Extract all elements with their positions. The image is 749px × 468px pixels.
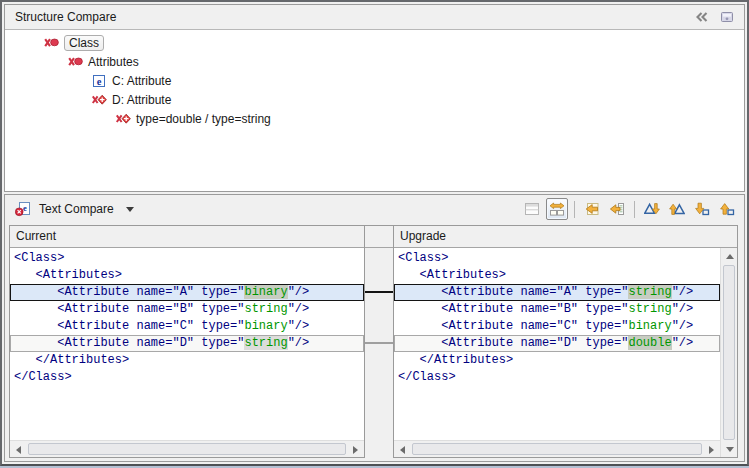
toolbar-separator	[634, 201, 635, 218]
copy-current-right-to-left-button[interactable]	[606, 198, 628, 220]
code-token: <Attribute name="D" type="	[441, 336, 628, 350]
scroll-up-icon[interactable]	[721, 248, 738, 264]
code-token: "/>	[672, 336, 694, 350]
tree-item[interactable]: D: Attribute	[5, 90, 744, 109]
code-token	[398, 353, 420, 367]
tree-item[interactable]: type=double / type=string	[5, 109, 744, 128]
scroll-right-icon[interactable]	[347, 441, 364, 458]
structure-compare-panel: Structure Compare ClassAttributeseC: Att…	[4, 4, 745, 192]
code-token: <Attribute name="A" type="	[441, 285, 628, 299]
structure-compare-actions	[692, 8, 736, 26]
tree-item[interactable]: Class	[5, 33, 744, 52]
changed-token: binary	[244, 285, 287, 299]
code-token: </Attributes>	[36, 353, 130, 367]
collapse-all-button[interactable]	[692, 8, 710, 26]
collapse-all-icon	[693, 9, 709, 25]
next-change-button[interactable]	[691, 198, 713, 220]
two-way-layout-button[interactable]	[521, 198, 543, 220]
code-token: <Attributes>	[36, 268, 122, 282]
copy-all-right-to-left-button[interactable]	[581, 198, 603, 220]
scroll-left-icon[interactable]	[394, 441, 411, 458]
previous-difference-icon	[669, 201, 685, 217]
changed-token: string	[628, 285, 671, 299]
right-code-editor[interactable]: <Class> <Attributes> <Attribute name="A"…	[394, 248, 720, 440]
code-line-diff[interactable]: <Attribute name="A" type="string"/>	[394, 284, 720, 301]
left-code-editor[interactable]: <Class> <Attributes> <Attribute name="A"…	[10, 248, 364, 440]
element-e-icon: e	[91, 73, 107, 89]
tree-item[interactable]: eC: Attribute	[5, 71, 744, 90]
diff-change-icon	[67, 54, 83, 70]
code-token: </Class>	[14, 370, 72, 384]
code-line[interactable]: </Attributes>	[10, 352, 364, 369]
code-line[interactable]: <Attribute name="C" type="binary"/>	[10, 318, 364, 335]
code-token: </Attributes>	[420, 353, 514, 367]
code-token: <Attribute name="B" type="	[441, 302, 628, 316]
code-line-diff[interactable]: <Attribute name="D" type="double"/>	[394, 335, 720, 352]
code-token: string	[628, 302, 671, 316]
code-token: <Attribute name="C" type="	[441, 319, 628, 333]
code-line[interactable]: </Attributes>	[394, 352, 720, 369]
svg-text:e: e	[23, 203, 27, 213]
scroll-right-icon[interactable]	[703, 441, 720, 458]
code-token	[398, 285, 441, 299]
copy-all-left-icon	[584, 201, 600, 217]
diff-connector-other	[365, 342, 393, 344]
dropdown-arrow-icon[interactable]	[126, 207, 134, 212]
code-token	[14, 319, 57, 333]
previous-change-icon	[719, 201, 735, 217]
left-horizontal-scrollbar[interactable]	[10, 440, 364, 457]
code-token	[14, 268, 36, 282]
code-line[interactable]: <Attributes>	[10, 267, 364, 284]
code-token	[14, 336, 57, 350]
tree-item-label: Class	[64, 35, 104, 51]
structure-compare-tree[interactable]: ClassAttributeseC: AttributeD: Attribute…	[5, 30, 744, 191]
right-horizontal-scrollbar[interactable]	[394, 440, 720, 457]
code-token: <Attribute name="B" type="	[57, 302, 244, 316]
code-line-diff[interactable]: <Attribute name="A" type="binary"/>	[10, 284, 364, 301]
scroll-down-icon[interactable]	[721, 441, 738, 457]
code-line[interactable]: <Attributes>	[394, 267, 720, 284]
code-line-diff[interactable]: <Attribute name="D" type="string"/>	[10, 335, 364, 352]
code-token: </Class>	[398, 370, 456, 384]
code-line[interactable]: <Attribute name="C" type="binary"/>	[394, 318, 720, 335]
next-difference-button[interactable]	[641, 198, 663, 220]
diff-modify-icon	[91, 92, 107, 108]
code-line[interactable]: <Class>	[394, 250, 720, 267]
scroll-left-icon[interactable]	[10, 441, 27, 458]
code-token	[398, 302, 441, 316]
code-token: "/>	[672, 302, 694, 316]
code-line[interactable]: <Attribute name="B" type="string"/>	[394, 301, 720, 318]
svg-text:e: e	[97, 75, 102, 86]
previous-difference-button[interactable]	[666, 198, 688, 220]
next-difference-icon	[644, 201, 660, 217]
code-token: "/>	[288, 336, 310, 350]
tree-item-label: type=double / type=string	[136, 112, 271, 126]
tree-item-label: D: Attribute	[112, 93, 171, 107]
code-token: "/>	[288, 302, 310, 316]
scrollbar-thumb[interactable]	[28, 443, 346, 455]
code-token	[398, 268, 420, 282]
left-pane-title: Current	[10, 226, 364, 248]
code-token: "/>	[288, 285, 310, 299]
left-compare-pane: Current <Class> <Attributes> <Attribute …	[9, 225, 365, 458]
changed-token: string	[244, 336, 287, 350]
text-compare-panel: e Text Compare Current <Class> <Attribut…	[4, 194, 745, 462]
text-compare-title: Text Compare	[39, 202, 114, 216]
tree-item-label: Attributes	[88, 55, 139, 69]
previous-change-button[interactable]	[716, 198, 738, 220]
structure-compare-header: Structure Compare	[5, 5, 744, 30]
structure-compare-title: Structure Compare	[15, 10, 692, 24]
toolbar-separator	[574, 201, 575, 218]
code-line[interactable]: </Class>	[394, 369, 720, 386]
scrollbar-thumb[interactable]	[412, 443, 702, 455]
scrollbar-thumb[interactable]	[723, 265, 735, 440]
code-line[interactable]: <Class>	[10, 250, 364, 267]
code-line[interactable]: </Class>	[10, 369, 364, 386]
next-change-icon	[694, 201, 710, 217]
code-line[interactable]: <Attribute name="B" type="string"/>	[10, 301, 364, 318]
tree-item[interactable]: Attributes	[5, 52, 744, 71]
right-vertical-scrollbar[interactable]	[720, 248, 737, 457]
side-by-side-layout-button[interactable]	[546, 198, 568, 220]
view-menu-button[interactable]	[718, 8, 736, 26]
code-token	[398, 319, 441, 333]
